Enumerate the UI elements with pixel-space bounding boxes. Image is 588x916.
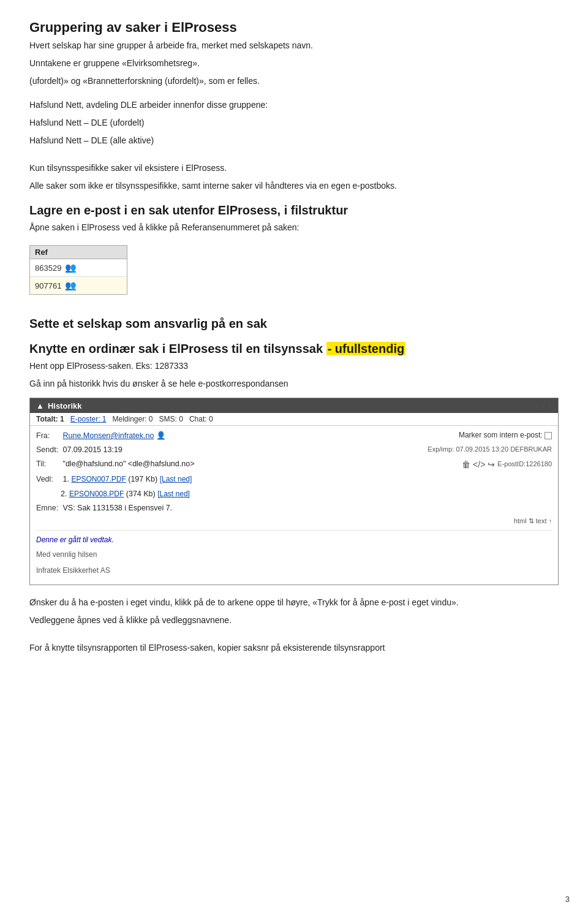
forward-icon[interactable]: ↪ <box>488 458 495 471</box>
ref-number-1: 863529 <box>35 263 61 273</box>
stat-sms: SMS: 0 <box>159 415 183 423</box>
email-emne-row: Emne: VS: Sak 1131538 i Espensvei 7. <box>36 502 552 514</box>
email-vedl-left: Vedl: 1. EPSON007.PDF (197 Kb) [Last ned… <box>36 473 552 485</box>
exp-val: 07.09.2015 13:20 DEFBRUKAR <box>456 445 552 453</box>
email-fra-row: Fra: Rune.Monsen@infratek.no 👤 Marker so… <box>36 430 552 442</box>
toolbar-icons: 🗑 </> ↪ E-postID:1226180 <box>380 458 552 471</box>
vedl-items: 1. EPSON007.PDF (197 Kb) [Last ned] <box>62 475 192 483</box>
vedl-item-1: 1. EPSON007.PDF (197 Kb) [Last ned] <box>62 475 192 483</box>
stat-meldinger: Meldinger: 0 <box>112 415 153 423</box>
section-selskap: Sette et selskap som ansvarlig på en sak <box>29 317 559 331</box>
download-icon[interactable]: ↓ <box>541 401 545 411</box>
fra-icon: 👤 <box>156 431 166 440</box>
historikk-body: Fra: Rune.Monsen@infratek.no 👤 Marker so… <box>30 426 558 585</box>
til-val: "dle@hafslund.no" <dle@hafslund.no> <box>62 460 194 468</box>
sendt-label: Sendt: <box>36 444 61 456</box>
ref-row-1[interactable]: 863529 👥 <box>30 259 127 277</box>
marker-label: Marker som intern e-post: <box>459 431 543 439</box>
email-vedl-row2: 2. EPSON008.PDF (374 Kb) [Last ned] <box>36 488 552 500</box>
emne-label: Emne: <box>36 502 61 514</box>
epid-label: E-postID:1226180 <box>497 459 552 470</box>
historikk-box: ▲ Historikk ↓ ↑ Totalt: 1 E-poster: 1 Me… <box>29 398 559 585</box>
subtitle-p3: (ufordelt)» og «Brannetterforskning (ufo… <box>29 75 559 88</box>
subtitle-p1: Hvert selskap har sine grupper å arbeide… <box>29 39 559 52</box>
z-icon: ⇅ <box>529 517 536 524</box>
til-label: Til: <box>36 458 61 470</box>
section-title: Gruppering av saker i ElProsess Hvert se… <box>29 20 559 88</box>
section4-desc2: Gå inn på historikk hvis du ønsker å se … <box>29 377 559 390</box>
fra-label: Fra: <box>36 430 61 442</box>
vedl-link-1[interactable]: [Last ned] <box>160 475 192 483</box>
stat-eposter[interactable]: E-poster: 1 <box>70 415 107 423</box>
section2-title: Lagre en e-post i en sak utenfor ElProse… <box>29 203 559 218</box>
delete-icon[interactable]: 🗑 <box>462 458 470 471</box>
section-after-historikk: Ønsker du å ha e-posten i eget vindu, kl… <box>29 596 559 654</box>
vedl-size-2: (374 Kb) <box>126 490 157 498</box>
ref-table: Ref 863529 👥 907761 👥 <box>29 245 127 295</box>
divider <box>36 530 552 531</box>
vedl-item-2: 2. EPSON008.PDF (374 Kb) [Last ned] <box>61 490 190 498</box>
email-body-text: Denne er gått til vedtak. <box>36 534 552 545</box>
html-label[interactable]: html <box>514 517 527 524</box>
vedl-name-1[interactable]: EPSON007.PDF <box>71 475 126 483</box>
historikk-arrow-icon: ▲ <box>36 401 44 411</box>
section4-desc1: Hent opp ElProsess-saken. Eks: 1287333 <box>29 360 559 373</box>
eposter-link[interactable]: E-poster: 1 <box>70 415 107 423</box>
page-title: Gruppering av saker i ElProsess <box>29 20 559 36</box>
email-til-right: 🗑 </> ↪ E-postID:1226180 <box>380 458 552 471</box>
section4-title: Knytte en ordinær sak i ElProsess til en… <box>29 342 559 356</box>
fra-val[interactable]: Rune.Monsen@infratek.no <box>62 431 154 440</box>
subtitle-p2: Unntakene er gruppene «Elvirksomhetsreg»… <box>29 57 559 70</box>
email-fra-left: Fra: Rune.Monsen@infratek.no 👤 <box>36 430 380 442</box>
hafslund-item2: Hafslund Nett – DLE (alle aktive) <box>29 134 559 147</box>
historikk-download-icons: ↓ ↑ <box>541 401 552 411</box>
vedl-label: Vedl: <box>36 473 61 485</box>
hafslund-item1: Hafslund Nett – DLE (ufordelt) <box>29 116 559 129</box>
vedl-name-2[interactable]: EPSON008.PDF <box>69 490 124 498</box>
marker-checkbox[interactable] <box>545 432 552 439</box>
vedl-num-2: 2. <box>61 490 69 498</box>
sig1: Med vennlig hilsen <box>36 549 552 560</box>
vedl-num-1: 1. <box>62 475 71 483</box>
exp-label: Exp/imp: <box>428 445 454 453</box>
upload-icon-header[interactable]: ↑ <box>548 401 552 411</box>
historikk-stats: Totalt: 1 E-poster: 1 Meldinger: 0 SMS: … <box>30 413 558 426</box>
email-vedl-left2: 2. EPSON008.PDF (374 Kb) [Last ned] <box>36 488 552 500</box>
email-til-row: Til: "dle@hafslund.no" <dle@hafslund.no>… <box>36 458 552 471</box>
code-icon[interactable]: </> <box>473 458 485 471</box>
email-emne-left: Emne: VS: Sak 1131538 i Espensvei 7. <box>36 502 552 514</box>
ref-icon-1: 👥 <box>65 262 77 273</box>
text-label[interactable]: text <box>536 517 547 524</box>
section5-p1: Ønsker du å ha e-posten i eget vindu, kl… <box>29 596 559 609</box>
email-til-left: Til: "dle@hafslund.no" <dle@hafslund.no> <box>36 458 380 471</box>
sig2: Infratek Elsikkerhet AS <box>36 565 552 576</box>
section5-p3: For å knytte tilsynsrapporten til ElPros… <box>29 642 559 654</box>
ref-table-header: Ref <box>30 246 127 259</box>
section-lagre: Lagre en e-post i en sak utenfor ElProse… <box>29 203 559 306</box>
email-fra-right: Marker som intern e-post: <box>380 430 552 442</box>
historikk-header-label: Historikk <box>48 401 82 411</box>
stat-chat: Chat: 0 <box>189 415 213 423</box>
section4-title-text: Knytte en ordinær sak i ElProsess til en… <box>29 342 323 355</box>
email-signature: Med vennlig hilsen Infratek Elsikkerhet … <box>36 549 552 576</box>
sendt-val: 07.09.2015 13:19 <box>62 445 122 454</box>
hafslund-header: Hafslund Nett, avdeling DLE arbeider inn… <box>29 99 559 112</box>
hafslund-note2: Alle saker som ikke er tilsynsspesifikke… <box>29 180 559 192</box>
section4-highlight: - ufullstendig <box>326 342 406 355</box>
email-sendt-row: Sendt: 07.09.2015 13:19 Exp/imp: 07.09.2… <box>36 444 552 456</box>
hafslund-note: Kun tilsynsspesifikke saker vil eksister… <box>29 162 559 175</box>
section-hafslund: Hafslund Nett, avdeling DLE arbeider inn… <box>29 99 559 192</box>
email-sendt-right: Exp/imp: 07.09.2015 13:20 DEFBRUKAR <box>380 444 552 456</box>
upload-icon-body[interactable]: ↑ <box>549 517 552 524</box>
vedl-link-2[interactable]: [Last ned] <box>157 490 190 498</box>
email-vedl-row: Vedl: 1. EPSON007.PDF (197 Kb) [Last ned… <box>36 473 552 485</box>
historikk-header: ▲ Historikk ↓ ↑ <box>30 398 558 413</box>
section3-title: Sette et selskap som ansvarlig på en sak <box>29 317 559 331</box>
ref-row-2[interactable]: 907761 👥 <box>30 277 127 294</box>
section2-desc: Åpne saken i ElProsess ved å klikke på R… <box>29 221 559 234</box>
emne-val: VS: Sak 1131538 i Espensvei 7. <box>62 504 172 512</box>
ref-icon-2: 👥 <box>65 280 77 291</box>
page-content: Gruppering av saker i ElProsess Hvert se… <box>29 20 559 654</box>
email-sendt-left: Sendt: 07.09.2015 13:19 <box>36 444 380 456</box>
vedl-size-1: (197 Kb) <box>128 475 159 483</box>
